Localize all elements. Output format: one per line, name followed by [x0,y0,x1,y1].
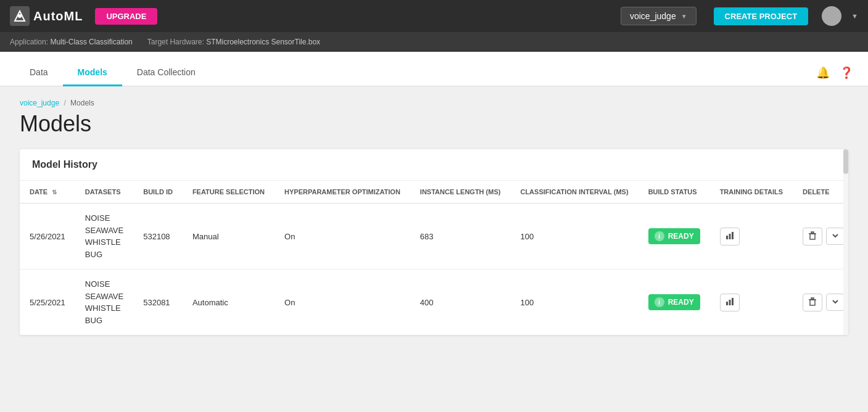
training-details-button-row2[interactable] [720,294,740,311]
row2-build-id: 532081 [133,270,183,336]
col-feature-selection: FEATURE SELECTION [183,181,275,204]
breadcrumb-separator: / [64,99,65,107]
main-content: voice_judge / Models Models Model Histor… [0,86,868,412]
row2-feature-selection: Automatic [183,270,275,336]
trash-icon-row2 [808,297,817,306]
info-icon-row2: i [655,297,664,307]
svg-rect-11 [810,300,815,305]
model-history-table: DATE ⇅ DATASETS BUILD ID FEATURE SELECTI… [20,181,848,335]
expand-button-row1[interactable] [826,228,845,245]
row1-build-id: 532108 [133,204,183,270]
trash-icon-row1 [808,231,817,240]
row2-classification-interval: 100 [510,270,638,336]
hardware-label: Target Hardware: STMicroelectronics Sens… [147,38,320,46]
brand-name: AutoML [33,9,83,23]
application-label: Application: Multi-Class Classification [10,38,133,46]
top-nav: AutoML UPGRADE voice_judge ▼ CREATE PROJ… [0,0,868,32]
col-classification-interval: CLASSIFICATION INTERVAL (MS) [510,181,638,204]
help-icon[interactable]: ❓ [840,66,853,80]
row2-training-details [710,270,793,336]
brand-icon [10,6,30,26]
project-name: voice_judge [630,11,676,21]
table-wrap: DATE ⇅ DATASETS BUILD ID FEATURE SELECTI… [20,181,848,335]
model-history-table-card: Model History DATE ⇅ DATASETS BUILD ID F… [20,149,848,335]
ready-badge-row2[interactable]: i READY [648,294,700,310]
col-build-status: BUILD STATUS [639,181,710,204]
row2-instance-length: 400 [410,270,511,336]
ready-label-row1: READY [668,232,694,241]
table-row: 5/25/2021 NOISESEAWAVEWHISTLEBUG 532081 … [20,270,848,336]
sub-nav: Application: Multi-Class Classification … [0,32,868,52]
row2-build-status: i READY [639,270,710,336]
breadcrumb: voice_judge / Models [20,99,848,107]
tab-icons: 🔔 ❓ [816,66,853,86]
tab-bar: Data Models Data Collection 🔔 ❓ [0,52,868,86]
svg-rect-8 [726,302,728,305]
ready-label-row2: READY [668,298,694,307]
row1-classification-interval: 100 [510,204,638,270]
training-details-button-row1[interactable] [720,228,740,245]
svg-rect-2 [726,236,728,239]
row2-date: 5/25/2021 [20,270,75,336]
svg-point-1 [18,14,22,18]
row1-feature-selection: Manual [183,204,275,270]
row1-instance-length: 683 [410,204,511,270]
tab-data[interactable]: Data [15,57,63,86]
page-title: Models [20,111,848,137]
svg-rect-4 [732,232,734,239]
col-datasets: DATASETS [75,181,133,204]
chevron-down-icon-row1 [832,232,839,239]
bar-chart-icon [725,231,734,240]
brand-logo: AutoML [10,6,83,26]
row1-build-status: i READY [639,204,710,270]
avatar[interactable] [822,6,841,26]
delete-button-row2[interactable] [803,294,822,311]
svg-rect-3 [729,234,730,239]
col-training-details: TRAINING DETAILS [710,181,793,204]
delete-button-row1[interactable] [803,228,822,245]
row1-datasets: NOISESEAWAVEWHISTLEBUG [75,204,133,270]
col-delete: DELETE [793,181,848,204]
row2-hyperparameter-optimization: On [275,270,410,336]
expand-button-row2[interactable] [826,294,845,311]
svg-rect-7 [811,232,814,233]
breadcrumb-section: Models [70,99,94,107]
row2-datasets: NOISESEAWAVEWHISTLEBUG [75,270,133,336]
create-project-button[interactable]: CREATE PROJECT [714,7,809,25]
row1-hyperparameter-optimization: On [275,204,410,270]
chevron-down-icon-row2 [832,298,839,305]
table-header-row: DATE ⇅ DATASETS BUILD ID FEATURE SELECTI… [20,181,848,204]
ready-badge-row1[interactable]: i READY [648,228,700,244]
row1-training-details [710,204,793,270]
svg-rect-9 [729,300,730,305]
user-menu-chevron-icon[interactable]: ▼ [851,12,858,20]
project-selector[interactable]: voice_judge ▼ [621,7,696,25]
col-date: DATE ⇅ [20,181,75,204]
info-icon-row1: i [655,231,664,241]
table-row: 5/26/2021 NOISESEAWAVEWHISTLEBUG 532108 … [20,204,848,270]
bar-chart-icon-row2 [725,297,734,306]
svg-rect-13 [811,298,814,299]
col-instance-length: INSTANCE LENGTH (MS) [410,181,511,204]
sort-icon[interactable]: ⇅ [52,189,57,196]
svg-rect-5 [810,234,815,239]
col-hyperparameter-optimization: HYPERPARAMETER OPTIMIZATION [275,181,410,204]
row1-date: 5/26/2021 [20,204,75,270]
upgrade-button[interactable]: UPGRADE [95,8,157,25]
tab-models[interactable]: Models [63,57,122,86]
notifications-icon[interactable]: 🔔 [816,66,830,80]
model-history-header: Model History [20,149,848,181]
row1-delete [793,204,848,270]
svg-rect-10 [732,298,734,305]
breadcrumb-project-link[interactable]: voice_judge [20,99,59,107]
tab-data-collection[interactable]: Data Collection [122,57,210,86]
scrollbar-thumb[interactable] [843,149,848,174]
model-history-card: Model History DATE ⇅ DATASETS BUILD ID F… [20,149,848,335]
scrollbar-track [843,149,848,335]
row2-delete [793,270,848,336]
col-build-id: BUILD ID [133,181,183,204]
chevron-down-icon: ▼ [681,13,687,20]
